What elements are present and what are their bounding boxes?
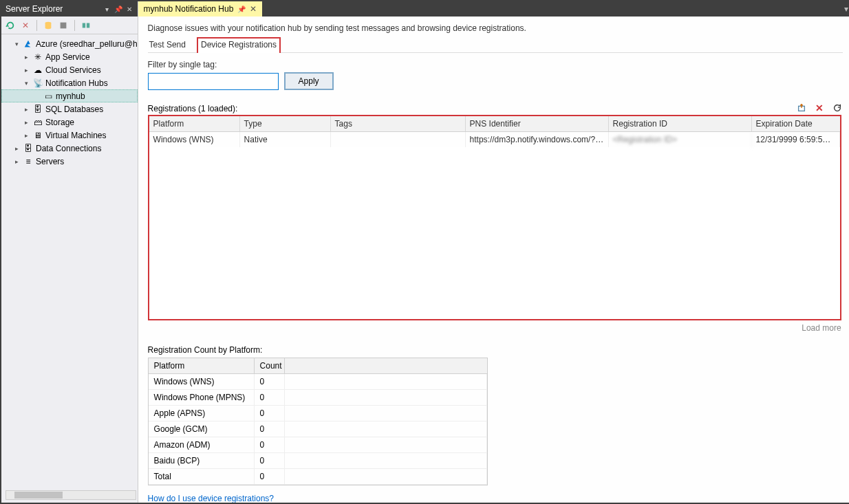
count-col-count[interactable]: Count — [255, 358, 285, 373]
col-pns[interactable]: PNS Identifier — [466, 116, 609, 131]
storage-icon: 🗃 — [32, 117, 43, 128]
server-explorer-header: Server Explorer ▾ 📌 ✕ — [1, 1, 138, 17]
table-row[interactable]: Windows (WNS)0 — [149, 374, 487, 390]
count-table: Platform Count Windows (WNS)0Windows Pho… — [148, 358, 488, 485]
table-row[interactable]: Windows (WNS) Native https://dm3p.notify… — [149, 132, 840, 147]
count-col-platform[interactable]: Platform — [149, 358, 255, 373]
cloud-icon: ☁ — [32, 65, 43, 76]
document-tabbar: mynhub Notification Hub 📌 ✕ ▾ — [138, 1, 849, 17]
main-panel: mynhub Notification Hub 📌 ✕ ▾ Diagnose i… — [138, 1, 849, 503]
table-row[interactable]: Windows Phone (MPNS)0 — [149, 390, 487, 406]
svg-rect-2 — [83, 23, 85, 28]
registrations-heading: Registrations (1 loaded): — [148, 104, 238, 113]
connect-db-icon[interactable] — [42, 19, 54, 32]
tree-node-servers[interactable]: ▸≡Servers — [1, 155, 138, 168]
azure-icon — [23, 39, 34, 50]
tab-test-send[interactable]: Test Send — [148, 37, 187, 52]
pin-icon[interactable]: 📌 — [237, 6, 246, 13]
stop-icon[interactable]: ✕ — [19, 19, 32, 32]
data-connections-icon: 🗄 — [23, 143, 34, 154]
app-service-icon: ✳ — [32, 52, 43, 63]
table-row[interactable]: Baidu (BCP)0 — [149, 453, 487, 469]
dropdown-icon[interactable]: ▾ — [103, 5, 111, 13]
filter-label: Filter by single tag: — [148, 60, 843, 69]
tree-node-data-connections[interactable]: ▸🗄Data Connections — [1, 142, 138, 155]
delete-icon[interactable]: ✕ — [814, 102, 825, 113]
registrations-empty-area — [149, 147, 840, 319]
registrations-table: Platform Type Tags PNS Identifier Regist… — [148, 115, 841, 320]
load-more-link[interactable]: Load more — [148, 323, 841, 333]
hub-icon: ▭ — [43, 91, 54, 102]
refresh-icon[interactable] — [832, 102, 843, 113]
table-row[interactable]: Amazon (ADM)0 — [149, 437, 487, 453]
table-row[interactable]: Google (GCM)0 — [149, 421, 487, 437]
col-tags[interactable]: Tags — [331, 116, 466, 131]
subtab-strip: Test Send Device Registrations — [148, 37, 843, 53]
tree-node-notification-hubs[interactable]: ▾📡Notification Hubs — [1, 76, 138, 89]
col-type[interactable]: Type — [240, 116, 331, 131]
server-explorer-title: Server Explorer — [6, 4, 63, 14]
tabbar-dropdown-icon[interactable]: ▾ — [840, 1, 849, 17]
apply-button[interactable]: Apply — [284, 72, 334, 90]
tab-device-registrations[interactable]: Device Registrations — [197, 37, 281, 53]
tree-node-vms[interactable]: ▸🖥Virtual Machines — [1, 129, 138, 142]
tree-node-storage[interactable]: ▸🗃Storage — [1, 116, 138, 129]
col-platform[interactable]: Platform — [149, 116, 240, 131]
filter-tag-input[interactable] — [148, 73, 279, 90]
server-explorer-panel: Server Explorer ▾ 📌 ✕ ✕ ▾Azure (sreedhar… — [1, 1, 138, 503]
table-row[interactable]: Apple (APNS)0 — [149, 406, 487, 421]
table-row[interactable]: Total0 — [149, 469, 487, 485]
azure-subscription-icon[interactable] — [80, 19, 92, 32]
tree-node-sql[interactable]: ▸🗄SQL Databases — [1, 102, 138, 116]
pin-icon[interactable]: 📌 — [114, 5, 122, 13]
export-icon[interactable] — [796, 102, 807, 113]
document-tab-mynhub[interactable]: mynhub Notification Hub 📌 ✕ — [138, 1, 263, 17]
count-heading: Registration Count by Platform: — [148, 345, 843, 355]
database-icon: 🗄 — [32, 104, 43, 115]
col-rid[interactable]: Registration ID — [609, 116, 752, 131]
tree-node-mynhub[interactable]: ▭mynhub — [1, 89, 138, 102]
tree-node-app-service[interactable]: ▸✳App Service — [1, 50, 138, 63]
explorer-toolbar: ✕ — [1, 17, 138, 34]
servers-icon: ≡ — [23, 156, 34, 167]
close-tab-icon[interactable]: ✕ — [250, 4, 257, 14]
vm-icon: 🖥 — [32, 130, 43, 141]
notification-hubs-icon: 📡 — [32, 78, 43, 89]
document-tab-title: mynhub Notification Hub — [144, 4, 234, 14]
close-icon[interactable]: ✕ — [125, 5, 133, 13]
help-link[interactable]: How do I use device registrations? — [148, 494, 843, 503]
col-exp[interactable]: Expiration Date — [752, 116, 840, 131]
svg-rect-1 — [61, 22, 67, 28]
horizontal-scrollbar[interactable] — [6, 490, 136, 500]
tree-node-cloud-services[interactable]: ▸☁Cloud Services — [1, 63, 138, 76]
refresh-icon[interactable] — [4, 19, 17, 32]
svg-rect-3 — [87, 23, 89, 28]
explorer-tree[interactable]: ▾Azure (sreedhar_pelluru@h ▸✳App Service… — [1, 34, 138, 503]
description-text: Diagnose issues with your notification h… — [148, 23, 843, 33]
tree-node-azure[interactable]: ▾Azure (sreedhar_pelluru@h — [1, 37, 138, 50]
connect-server-icon[interactable] — [57, 19, 69, 32]
